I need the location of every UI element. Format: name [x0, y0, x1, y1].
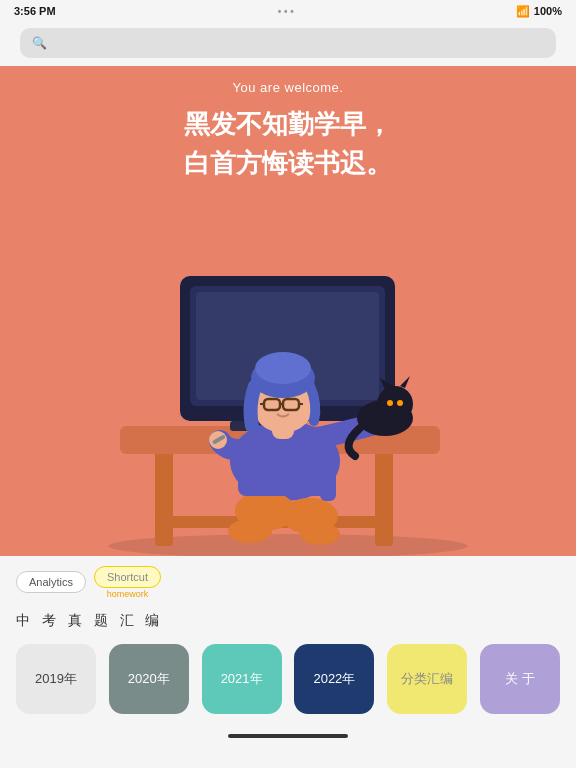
svg-point-23	[387, 400, 393, 406]
card-3[interactable]: 2022年	[294, 644, 374, 714]
card-0[interactable]: 2019年	[16, 644, 96, 714]
card-2[interactable]: 2021年	[202, 644, 282, 714]
hero-line1: 黑发不知勤学早，	[184, 105, 392, 144]
svg-point-14	[300, 523, 340, 545]
illustration-svg	[0, 156, 576, 556]
battery-label: 100%	[534, 5, 562, 17]
tag-analytics[interactable]: Analytics	[16, 571, 86, 593]
search-bar[interactable]: 🔍	[20, 28, 556, 58]
hero-line2: 白首方悔读书迟。	[184, 144, 392, 183]
home-indicator	[0, 726, 576, 742]
home-bar	[228, 734, 348, 738]
svg-rect-2	[375, 451, 393, 546]
svg-point-24	[397, 400, 403, 406]
search-bar-container: 🔍	[0, 22, 576, 66]
card-1[interactable]: 2020年	[109, 644, 189, 714]
status-right: 📶 100%	[516, 5, 562, 18]
status-center: • • •	[278, 6, 294, 17]
tag-shortcut-sublabel: homework	[107, 589, 149, 599]
welcome-text: You are welcome.	[233, 80, 344, 95]
hero-section: You are welcome. 黑发不知勤学早， 白首方悔读书迟。	[0, 66, 576, 556]
status-bar: 3:56 PM • • • 📶 100%	[0, 0, 576, 22]
svg-point-28	[255, 352, 311, 384]
card-5[interactable]: 关 于	[480, 644, 560, 714]
svg-rect-15	[238, 476, 328, 496]
hero-illustration	[0, 156, 576, 556]
section-title: 中 考 真 题 汇 编	[16, 612, 560, 630]
svg-point-13	[228, 519, 272, 543]
bottom-section: Analytics Shortcut homework 中 考 真 题 汇 编 …	[0, 556, 576, 714]
cards-row: 2019年2020年2021年2022年分类汇编关 于	[16, 644, 560, 714]
card-4[interactable]: 分类汇编	[387, 644, 467, 714]
hero-quote: 黑发不知勤学早， 白首方悔读书迟。	[184, 105, 392, 183]
tag-shortcut[interactable]: Shortcut homework	[94, 566, 161, 588]
svg-point-20	[377, 386, 413, 422]
svg-marker-22	[400, 376, 410, 388]
wifi-icon: 📶	[516, 5, 530, 18]
status-time: 3:56 PM	[14, 5, 56, 17]
tags-row: Analytics Shortcut homework	[16, 566, 560, 598]
search-icon: 🔍	[32, 36, 47, 50]
svg-rect-1	[155, 451, 173, 546]
